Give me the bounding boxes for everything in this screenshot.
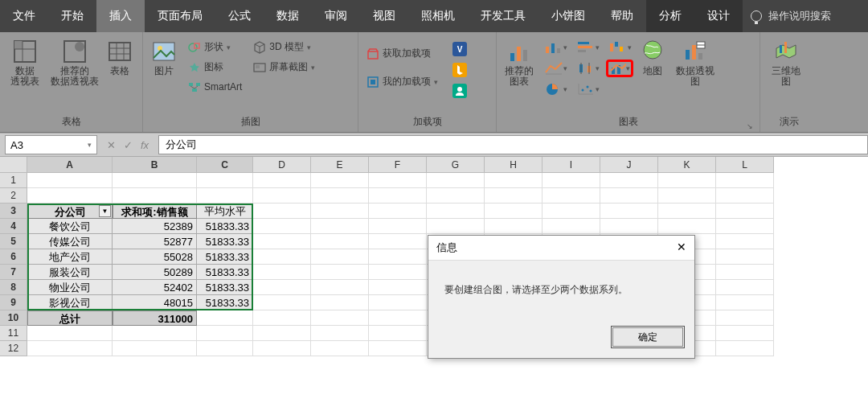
cell[interactable] [369, 326, 427, 341]
cell[interactable] [197, 310, 253, 326]
tell-me-search[interactable]: 操作说明搜索 [751, 9, 831, 23]
get-addins-button[interactable]: 获取加载项 [363, 45, 441, 62]
row-header[interactable]: 5 [0, 234, 27, 249]
cell[interactable] [113, 326, 197, 341]
row-header[interactable]: 9 [0, 295, 27, 310]
cell[interactable] [369, 219, 427, 234]
cell[interactable] [427, 219, 485, 234]
cell[interactable] [485, 219, 542, 234]
column-header[interactable]: C [197, 157, 253, 173]
stats-chart-button[interactable] [574, 60, 601, 77]
cell[interactable]: 总计 [27, 310, 113, 326]
cell[interactable] [311, 234, 369, 249]
cell[interactable] [485, 204, 542, 219]
cell[interactable]: 51833.33 [197, 234, 253, 249]
cell[interactable] [311, 173, 369, 188]
cell[interactable] [197, 173, 253, 188]
cell[interactable] [369, 280, 427, 295]
cell[interactable]: 51833.33 [197, 280, 253, 295]
cell[interactable] [658, 173, 716, 188]
cell[interactable]: 51833.33 [197, 219, 253, 234]
cell[interactable]: 55028 [113, 249, 197, 265]
cell[interactable] [369, 188, 427, 204]
row-header[interactable]: 8 [0, 280, 27, 295]
cell[interactable]: 48015 [113, 295, 197, 310]
column-header[interactable]: B [113, 157, 197, 173]
cell[interactable] [253, 219, 311, 234]
table-button[interactable]: 表格 [104, 39, 135, 76]
cell[interactable]: 服装公司 [27, 265, 113, 280]
recommended-charts-button[interactable]: 推荐的 图表 [502, 39, 537, 87]
cell[interactable] [427, 173, 485, 188]
cell[interactable] [600, 188, 658, 204]
cell[interactable] [427, 188, 485, 204]
cell[interactable] [27, 341, 113, 356]
cell[interactable]: 51833.33 [197, 295, 253, 310]
tab-home[interactable]: 开始 [48, 0, 96, 32]
column-header[interactable]: A [27, 157, 113, 173]
tab-analyze[interactable]: 分析 [646, 0, 694, 32]
column-chart-button[interactable] [542, 39, 569, 56]
cell[interactable] [716, 341, 774, 356]
cell[interactable]: 物业公司 [27, 280, 113, 295]
tab-file[interactable]: 文件 [0, 0, 48, 32]
column-header[interactable]: D [253, 157, 311, 173]
cell[interactable]: 50289 [113, 265, 197, 280]
cell[interactable] [427, 204, 485, 219]
cell[interactable] [253, 204, 311, 219]
cell[interactable] [311, 326, 369, 341]
cell[interactable] [369, 204, 427, 219]
cell[interactable] [197, 188, 253, 204]
cell[interactable]: 52877 [113, 234, 197, 249]
cell[interactable] [716, 280, 774, 295]
column-header[interactable]: H [485, 157, 542, 173]
people-addin-button[interactable] [446, 82, 473, 100]
cell[interactable] [253, 234, 311, 249]
row-header[interactable]: 4 [0, 219, 27, 234]
cell[interactable] [253, 249, 311, 265]
cell[interactable] [542, 188, 600, 204]
column-header[interactable]: G [427, 157, 485, 173]
pie-chart-button[interactable] [542, 80, 569, 98]
cell[interactable] [311, 249, 369, 265]
cell[interactable] [311, 341, 369, 356]
cell[interactable]: 求和项:销售额 [113, 204, 197, 219]
tab-formulas[interactable]: 公式 [215, 0, 264, 32]
column-header[interactable]: J [600, 157, 658, 173]
cell[interactable] [253, 265, 311, 280]
fx-icon[interactable]: fx [141, 139, 149, 151]
cell[interactable]: 地产公司 [27, 249, 113, 265]
3d-model-button[interactable]: 3D 模型 [250, 39, 318, 56]
hierarchy-chart-button[interactable] [542, 60, 569, 77]
cell[interactable]: 311000 [113, 310, 197, 326]
column-header[interactable]: K [658, 157, 716, 173]
icons-button[interactable]: 图标 [185, 59, 245, 76]
cell[interactable] [485, 173, 542, 188]
column-header[interactable]: L [716, 157, 774, 173]
tab-data[interactable]: 数据 [264, 0, 312, 32]
cell[interactable] [253, 188, 311, 204]
cell[interactable] [485, 188, 542, 204]
cell[interactable] [197, 326, 253, 341]
cell[interactable] [716, 326, 774, 341]
pivot-table-button[interactable]: 数据 透视表 [5, 39, 45, 87]
cell[interactable]: 51833.33 [197, 265, 253, 280]
cell[interactable] [369, 173, 427, 188]
cell[interactable] [197, 341, 253, 356]
cell[interactable] [716, 204, 774, 219]
screenshot-button[interactable]: 屏幕截图 [250, 59, 318, 76]
cell[interactable] [311, 204, 369, 219]
cell[interactable] [253, 326, 311, 341]
cell[interactable] [600, 204, 658, 219]
cell[interactable] [716, 265, 774, 280]
cell[interactable] [716, 234, 774, 249]
row-header[interactable]: 12 [0, 341, 27, 356]
cell[interactable] [311, 188, 369, 204]
row-header[interactable]: 7 [0, 265, 27, 280]
tab-help[interactable]: 帮助 [598, 0, 646, 32]
cell[interactable] [253, 173, 311, 188]
cell[interactable] [369, 295, 427, 310]
3d-map-button[interactable]: 三维地 图 [765, 39, 807, 87]
cell[interactable] [369, 265, 427, 280]
cell[interactable] [369, 234, 427, 249]
